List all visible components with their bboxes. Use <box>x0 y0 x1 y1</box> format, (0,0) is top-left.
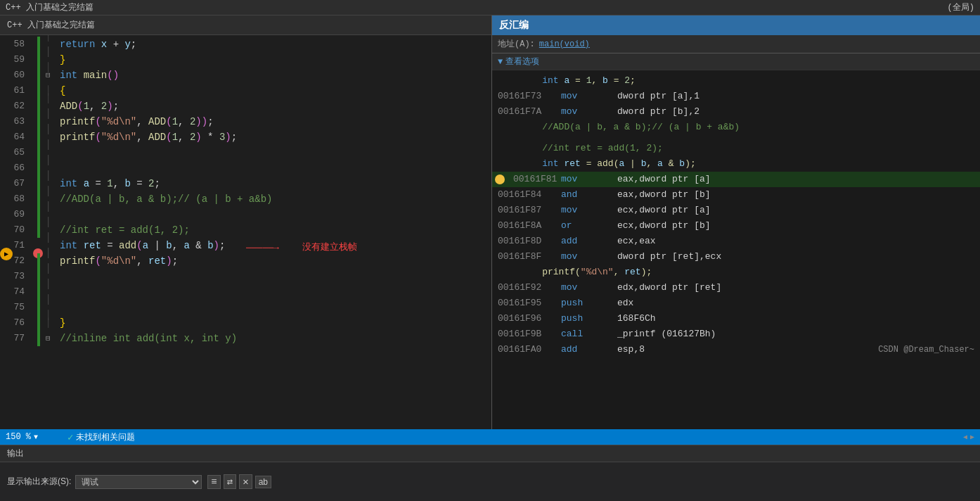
annotation-text: 没有建立栈帧 <box>302 239 357 255</box>
title-text: C++ 入门基础之完结篇 <box>6 1 94 13</box>
status-text: 未找到相关问题 <box>76 431 135 443</box>
table-row: 58 │ │ return x + y; <box>0 37 491 52</box>
list-item: 00161F8D add ecx,eax <box>492 234 980 249</box>
disasm-options[interactable]: ▼ 查看选项 <box>492 53 980 70</box>
disasm-title: 反汇编 <box>499 19 529 32</box>
table-row: 77 ⊟ //inline int add(int x, int y) <box>0 331 491 346</box>
status-check-icon: ✓ <box>67 431 73 443</box>
table-row: 69 │ │ <box>0 207 491 222</box>
disasm-address-bar: 地址(A): main(void) <box>492 35 980 53</box>
address-value[interactable]: main(void) <box>539 39 590 49</box>
toolbar-icon-2[interactable]: ⇄ <box>224 474 236 489</box>
scroll-left-icon[interactable]: ◀ <box>963 433 967 441</box>
list-item: 00161F9B call _printf (016127Bh) <box>492 326 980 342</box>
credit-text: CSDN @Dream_Chaser~ <box>878 342 974 357</box>
title-right: (全局) <box>948 1 974 13</box>
list-item: //int ret = add(1, 2); <box>492 141 980 156</box>
list-item: printf("%d\n", ret); <box>492 265 980 280</box>
table-row: 59 │ │ } <box>0 52 491 68</box>
list-item: int ret = add(a | b, a & b); <box>492 156 980 172</box>
list-item: 00161F87 mov ecx,dword ptr [a] <box>492 203 980 218</box>
output-panel: 输出 显示输出来源(S): 调试 ≡ ⇄ ✕ ab <box>0 445 980 501</box>
table-row: 63 │ │ printf("%d\n", ADD(1, 2)); <box>0 114 491 129</box>
code-area[interactable]: 58 │ │ return x + y; 59 │ │ } 60 ⊟ <box>0 35 491 429</box>
table-row: 66 │ │ <box>0 160 491 176</box>
list-item: 00161F95 push edx <box>492 296 980 311</box>
title-bar: C++ 入门基础之完结篇 (全局) <box>0 0 980 15</box>
output-source-label: 显示输出来源(S): <box>7 476 71 488</box>
list-item: 00161F8F mov dword ptr [ret],ecx <box>492 249 980 265</box>
table-row: 67 │ │ int a = 1, b = 2; <box>0 176 491 191</box>
editor-panel: C++ 入门基础之完结篇 58 │ │ return x + y; 59 │ │… <box>0 15 492 429</box>
list-item: int a = 1, b = 2; <box>492 73 980 89</box>
table-row: 72 │ │ printf("%d\n", ret); <box>0 253 491 269</box>
table-row: 71 │ │ int ret = add(a | b, a & b); 没有建立… <box>0 238 491 253</box>
list-item: 00161FA0 add esp,8 CSDN @Dream_Chaser~ <box>492 342 980 357</box>
output-header: 输出 <box>0 445 980 462</box>
table-row: 75 │ │ <box>0 300 491 315</box>
table-row: 64 │ │ printf("%d\n", ADD(1, 2) * 3); <box>0 129 491 145</box>
current-line-indicator: ▶ <box>0 248 13 260</box>
address-label: 地址(A): <box>498 38 535 50</box>
code-lines: 58 │ │ return x + y; 59 │ │ } 60 ⊟ <box>0 35 491 348</box>
output-title: 输出 <box>7 448 24 459</box>
list-item: 00161F84 and eax,dword ptr [b] <box>492 187 980 203</box>
table-row: 60 ⊟ int main() <box>0 68 491 83</box>
yellow-bp-icon <box>495 175 505 184</box>
zoom-dropdown-icon[interactable]: ▼ <box>34 433 38 441</box>
table-row: 68 │ │ //ADD(a | b, a & b);// (a | b + a… <box>0 191 491 207</box>
main-area: C++ 入门基础之完结篇 58 │ │ return x + y; 59 │ │… <box>0 15 980 429</box>
toolbar-icon-1[interactable]: ≡ <box>207 475 220 489</box>
table-row: 65 │ │ <box>0 145 491 160</box>
zoom-indicator[interactable]: 150 % ▼ <box>6 432 38 442</box>
table-row: 62 │ │ ADD(1, 2); <box>0 99 491 114</box>
status-bar: 150 % ▼ ✓ 未找到相关问题 ◀ ▶ <box>0 429 980 445</box>
table-row: 76 │ } <box>0 315 491 331</box>
view-options-label[interactable]: 查看选项 <box>505 56 539 68</box>
editor-filename: C++ 入门基础之完结篇 <box>7 19 95 31</box>
editor-header: C++ 入门基础之完结篇 <box>0 15 491 35</box>
disasm-content[interactable]: int a = 1, b = 2; 00161F73 mov dword ptr… <box>492 70 980 429</box>
table-row: 73 │ │ <box>0 269 491 284</box>
list-item: 00161F7A mov dword ptr [b],2 <box>492 104 980 120</box>
table-row: 70 │ │ //int ret = add(1, 2); <box>0 222 491 238</box>
list-item: 00161F81 mov eax,dword ptr [a] <box>492 172 980 187</box>
output-content: 显示输出来源(S): 调试 ≡ ⇄ ✕ ab <box>0 462 980 501</box>
list-item <box>492 135 980 141</box>
scroll-right-icon[interactable]: ▶ <box>970 433 974 441</box>
list-item: //ADD(a | b, a & b);// (a | b + a&b) <box>492 120 980 135</box>
list-item: 00161F96 push 168F6Ch <box>492 311 980 326</box>
disasm-panel: 反汇编 地址(A): main(void) ▼ 查看选项 int a = 1, … <box>492 15 980 429</box>
zoom-value: 150 % <box>6 432 31 442</box>
toolbar-icon-3[interactable]: ✕ <box>239 474 252 489</box>
disasm-header: 反汇编 <box>492 15 980 35</box>
list-item: 00161F73 mov dword ptr [a],1 <box>492 89 980 104</box>
toolbar-icon-4[interactable]: ab <box>255 476 271 488</box>
chevron-down-icon: ▼ <box>498 57 503 67</box>
list-item: 00161F8A or ecx,dword ptr [b] <box>492 218 980 234</box>
table-row: 74 │ │ <box>0 284 491 300</box>
list-item: 00161F92 mov edx,dword ptr [ret] <box>492 280 980 296</box>
output-source-select[interactable]: 调试 <box>75 475 202 489</box>
table-row: 61 │ { <box>0 83 491 99</box>
output-toolbar: ≡ ⇄ ✕ ab <box>207 474 271 489</box>
